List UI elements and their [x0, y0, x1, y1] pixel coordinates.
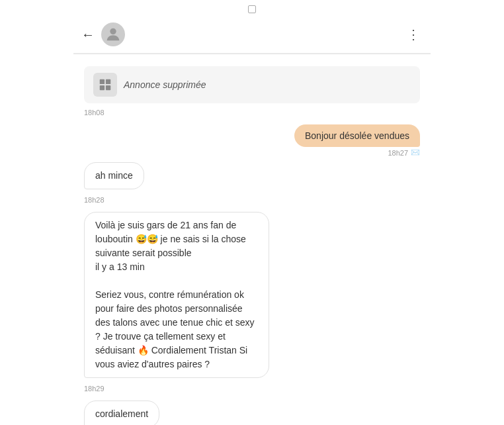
- annonce-timestamp: 18h08: [84, 109, 420, 117]
- outgoing-message-1: Bonjour désolée vendues 18h27 ✉️: [84, 124, 420, 157]
- bubble-incoming-1: ah mince: [84, 162, 144, 189]
- status-bar-top: [73, 0, 431, 16]
- tag-icon: [98, 77, 112, 92]
- annonce-card: Annonce supprimée: [84, 66, 420, 103]
- more-button[interactable]: ⋮: [404, 24, 423, 45]
- bubble-incoming-3: cordialement: [84, 401, 159, 425]
- svg-rect-3: [100, 85, 105, 90]
- bubble-incoming-2: Voilà je suis gars de 21 ans fan de loub…: [84, 212, 269, 378]
- annonce-icon: [93, 73, 117, 97]
- avatar[interactable]: [101, 23, 125, 46]
- svg-rect-1: [100, 79, 105, 84]
- incoming-message-3: cordialement: [84, 401, 420, 425]
- timestamp-incoming-2: 18h29: [84, 385, 420, 393]
- status-square-top: [248, 5, 256, 13]
- messages-area: Annonce supprimée 18h08 Bonjour désolée …: [73, 60, 431, 425]
- svg-rect-2: [106, 79, 110, 84]
- header-separator: [73, 54, 431, 54]
- avatar-icon: [104, 25, 122, 44]
- header: ← ⋮: [73, 16, 431, 54]
- bubble-outgoing-1: Bonjour désolée vendues: [294, 124, 420, 147]
- back-button[interactable]: ←: [81, 27, 95, 42]
- annonce-title: Annonce supprimée: [124, 79, 206, 90]
- incoming-message-2: Voilà je suis gars de 21 ans fan de loub…: [84, 212, 420, 378]
- timestamp-outgoing-1: 18h27 ✉️: [388, 148, 420, 157]
- svg-rect-4: [106, 85, 110, 90]
- timestamp-incoming-1: 18h28: [84, 196, 420, 204]
- svg-point-0: [110, 28, 116, 34]
- incoming-message-1: ah mince: [84, 162, 420, 189]
